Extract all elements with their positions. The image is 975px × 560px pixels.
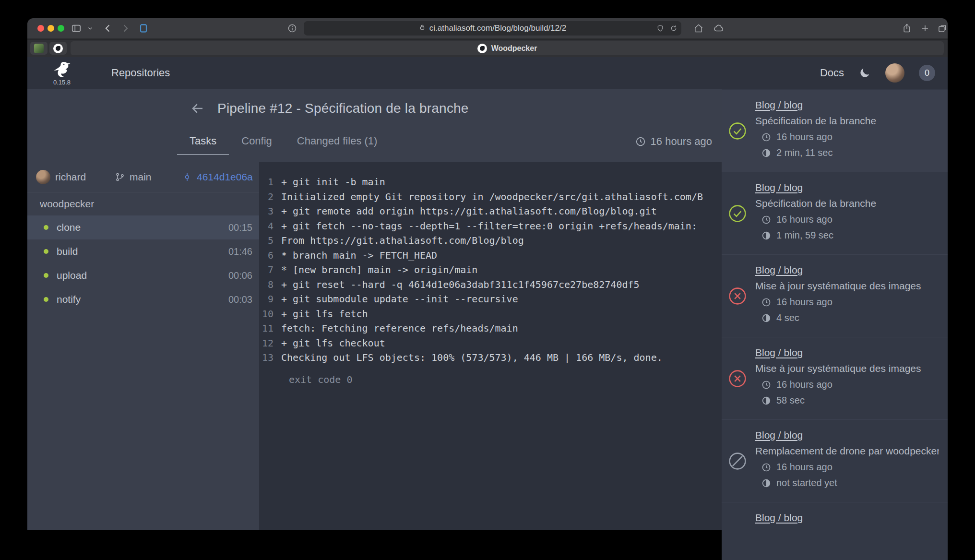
woodpecker-favicon <box>53 44 63 53</box>
step-duration: 00:03 <box>228 294 252 305</box>
pipeline-tab[interactable]: Changed files (1) <box>285 128 390 155</box>
home-icon[interactable] <box>690 18 707 38</box>
line-number: 5 <box>259 233 281 248</box>
line-number: 13 <box>259 350 281 365</box>
window-minimize-button[interactable] <box>48 25 54 32</box>
background-tab[interactable] <box>30 42 48 55</box>
line-number: 10 <box>259 307 281 322</box>
step-duration: 00:15 <box>228 222 252 233</box>
url-text: ci.athaliasoft.com/Blog/blog/build/12/2 <box>429 24 566 33</box>
step-item[interactable]: notify 00:03 <box>27 287 259 311</box>
pipeline-updated-label: 16 hours ago <box>651 135 712 148</box>
console-line: 13 Checking out LFS objects: 100% (573/5… <box>259 350 722 365</box>
back-arrow-icon[interactable] <box>190 101 205 116</box>
back-icon[interactable] <box>99 18 117 38</box>
active-tab[interactable]: Woodpecker <box>71 41 944 55</box>
nav-docs[interactable]: Docs <box>820 67 844 79</box>
duration-icon <box>761 313 771 323</box>
clock-icon <box>761 132 771 142</box>
console-line: 4 + git fetch --no-tags --depth=1 --filt… <box>259 219 722 234</box>
new-tab-icon[interactable] <box>916 18 934 38</box>
address-bar[interactable]: ci.athaliasoft.com/Blog/blog/build/12/2 <box>304 21 681 36</box>
window-controls <box>37 25 64 32</box>
commit-branch: main <box>115 162 152 192</box>
share-icon[interactable] <box>898 18 916 38</box>
step-item[interactable]: upload 00:06 <box>27 263 259 287</box>
line-text: + git lfs fetch <box>281 307 368 322</box>
build-status-icon <box>728 287 747 305</box>
build-duration: 4 sec <box>761 312 939 323</box>
pipeline-tab[interactable]: Config <box>229 128 285 155</box>
build-item[interactable]: Blog / blog <box>722 502 948 560</box>
pipeline-main: Pipeline #12 - Spécification de la branc… <box>27 89 722 560</box>
step-status-dot <box>44 225 48 230</box>
line-text: From https://git.athaliasoft.com/Blog/bl… <box>281 233 524 248</box>
background-tab[interactable] <box>49 42 67 55</box>
build-message: Mise à jour systématique des images <box>755 363 939 374</box>
commit-link[interactable]: 4614d1e06a <box>182 162 253 192</box>
duration-icon <box>761 478 771 488</box>
build-item[interactable]: Blog / blog Spécification de la branche … <box>722 172 948 255</box>
build-repo-link[interactable]: Blog / blog <box>755 429 803 441</box>
build-time-label: 16 hours ago <box>776 379 832 390</box>
lock-icon <box>419 24 426 33</box>
sidebar-toggle-icon[interactable] <box>68 18 85 38</box>
line-text: Initialized empty Git repository in /woo… <box>281 190 703 204</box>
line-number: 9 <box>259 292 281 307</box>
build-item[interactable]: Blog / blog Remplacement de drone par wo… <box>722 420 948 502</box>
step-item[interactable]: clone 00:15 <box>27 215 259 239</box>
build-item[interactable]: Blog / blog Mise à jour systématique des… <box>722 255 948 337</box>
build-time: 16 hours ago <box>761 214 939 225</box>
build-item[interactable]: Blog / blog Mise à jour systématique des… <box>722 337 948 420</box>
start-page-icon[interactable] <box>135 18 152 38</box>
x-circle-icon <box>728 369 747 388</box>
x-circle-icon <box>728 287 747 305</box>
pipeline-surface: Pipeline #12 - Spécification de la branc… <box>27 89 722 530</box>
user-avatar[interactable] <box>885 63 904 83</box>
console-line: 7 * [new branch] main -> origin/main <box>259 262 722 277</box>
duration-icon <box>761 396 771 405</box>
build-duration-label: 58 sec <box>776 395 805 406</box>
pipeline-tabs: Tasks Config Changed files (1) 16 hours … <box>27 128 722 155</box>
check-circle-icon <box>728 122 747 140</box>
reload-icon[interactable] <box>670 21 678 36</box>
forward-icon[interactable] <box>117 18 134 38</box>
counter-badge[interactable]: 0 <box>919 65 935 81</box>
info-icon[interactable] <box>284 18 301 38</box>
console-line: 11 fetch: Fetching reference refs/heads/… <box>259 321 722 336</box>
step-item[interactable]: build 01:46 <box>27 239 259 263</box>
build-repo-link[interactable]: Blog / blog <box>755 347 803 358</box>
line-text: + git reset --hard -q 4614d1e06a3dabf311… <box>281 277 640 292</box>
dark-mode-toggle-icon[interactable] <box>858 67 871 79</box>
privacy-report-icon[interactable] <box>656 21 664 36</box>
build-time-label: 16 hours ago <box>776 462 832 473</box>
build-repo-link[interactable]: Blog / blog <box>755 512 803 523</box>
pipeline-header: Pipeline #12 - Spécification de la branc… <box>27 89 722 128</box>
line-number: 1 <box>259 175 281 190</box>
line-number: 6 <box>259 248 281 263</box>
build-repo-link[interactable]: Blog / blog <box>755 264 803 275</box>
build-repo-link[interactable]: Blog / blog <box>755 99 803 110</box>
line-number: 8 <box>259 277 281 292</box>
branch-icon <box>115 172 125 182</box>
line-text: + git init -b main <box>281 175 385 190</box>
woodpecker-logo[interactable]: 0.15.8 <box>44 60 80 86</box>
window-zoom-button[interactable] <box>58 25 64 32</box>
chevron-down-icon[interactable] <box>85 18 95 38</box>
console-line: 9 + git submodule update --init --recurs… <box>259 292 722 307</box>
pipeline-tab[interactable]: Tasks <box>177 128 229 155</box>
nav-repositories[interactable]: Repositories <box>111 57 170 89</box>
cloud-icon[interactable] <box>710 18 727 38</box>
build-item[interactable]: Blog / blog Spécification de la branche … <box>722 90 948 172</box>
console-output[interactable]: 1 + git init -b main 2 Initialized empty… <box>259 162 722 530</box>
browser-window: ci.athaliasoft.com/Blog/blog/build/12/2 <box>27 18 948 560</box>
build-text: Blog / blog Remplacement de drone par wo… <box>755 429 939 489</box>
tab-overview-icon[interactable] <box>934 18 948 38</box>
clock-icon <box>635 136 646 147</box>
pipeline-title: Pipeline #12 - Spécification de la branc… <box>217 101 469 116</box>
tab-title: Woodpecker <box>491 44 537 53</box>
build-repo-link[interactable]: Blog / blog <box>755 182 803 193</box>
commit-meta-row: richard main 4614d1e06a <box>27 162 259 192</box>
window-close-button[interactable] <box>37 25 44 32</box>
console-lines: 1 + git init -b main 2 Initialized empty… <box>259 175 722 365</box>
